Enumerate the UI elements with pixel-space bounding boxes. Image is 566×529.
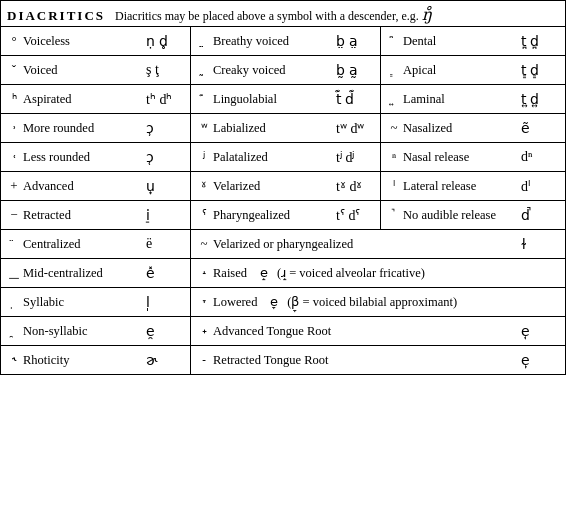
mark-mid-centralized: ͟ — [5, 267, 23, 280]
phonetic-linguolabial: t͊ d͊ — [336, 91, 376, 108]
col-mid-right-span3: ˕ Lowered e̞ (β̞ = voiced bilabial appro… — [191, 288, 565, 316]
cell-nasal-release: ⁿ Nasal release dⁿ — [381, 143, 565, 171]
col-right: ⁿ Nasal release dⁿ — [381, 143, 565, 171]
table-row: − Retracted i̠ ˤ Pharyngealized tˤ dˤ ̚ … — [1, 201, 565, 230]
phonetic-voiceless: ṇ d̥ — [146, 33, 186, 50]
mark-advanced: + — [5, 178, 23, 194]
cell-velarized: ˠ Velarized tˠ dˠ — [191, 172, 380, 200]
phonetic-velarized: tˠ dˠ — [336, 178, 376, 195]
cell-linguolabial: ͊ Linguolabial t͊ d͊ — [191, 85, 380, 113]
label-aspirated: Aspirated — [23, 92, 146, 107]
mark-apical: ͇ — [385, 64, 403, 77]
mark-creaky: ̰ — [195, 64, 213, 77]
mark-voiceless: ° — [5, 33, 23, 49]
mark-voiced: ˇ — [5, 62, 23, 78]
phonetic-lateral-release: dˡ — [521, 178, 561, 195]
cell-raised: ˔ Raised e̝ (ɹ̝ = voiced alveolar fricat… — [191, 259, 565, 287]
col-mid-right-span2: ˔ Raised e̝ (ɹ̝ = voiced alveolar fricat… — [191, 259, 565, 287]
col-right: ͇ Apical t͇ d͇ — [381, 56, 565, 84]
cell-retracted-tongue-root: ˗ Retracted Tongue Root e̙ — [191, 346, 565, 374]
table-row: ˞ Rhoticity ɚ ˗ Retracted Tongue Root e̙ — [1, 346, 565, 374]
phonetic-retracted-tongue-root: e̙ — [521, 352, 561, 369]
phonetic-labialized: tʷ dʷ — [336, 120, 376, 137]
cell-lateral-release: ˡ Lateral release dˡ — [381, 172, 565, 200]
phonetic-creaky: b̰ a̰ — [336, 62, 376, 79]
mark-breathy: ̤̤ — [195, 35, 213, 48]
cell-dental: ͆ Dental t̪ d̪ — [381, 27, 565, 55]
mark-nasal-release: ⁿ — [385, 149, 403, 165]
label-nasalized: Nasalized — [403, 121, 521, 136]
col-left: ˓ Less rounded ɔ̜ — [1, 143, 191, 171]
col-left: ˞ Rhoticity ɚ — [1, 346, 191, 374]
phonetic-more-rounded: ɔ̹ — [146, 120, 186, 137]
col-mid: ˠ Velarized tˠ dˠ — [191, 172, 381, 200]
mark-syllabic: ̩ — [5, 296, 23, 309]
mark-retracted: − — [5, 207, 23, 223]
table-row: ° Voiceless ṇ d̥ ̤̤ Breathy voiced b̤ a̤… — [1, 27, 565, 56]
mark-laminal: ͍ — [385, 93, 403, 106]
mark-retracted-tongue-root: ˗ — [195, 352, 213, 368]
phonetic-no-audible-release: d̚ — [521, 207, 561, 224]
col-left: ° Voiceless ṇ d̥ — [1, 27, 191, 55]
phonetic-palatalized: tʲ dʲ — [336, 149, 376, 166]
col-left: ͟ Mid-centralized e̽ — [1, 259, 191, 287]
cell-voiced: ˇ Voiced ş ţ — [1, 56, 190, 84]
label-rhoticity: Rhoticity — [23, 353, 146, 368]
cell-voiceless: ° Voiceless ṇ d̥ — [1, 27, 190, 55]
mark-advanced-tongue-root: ˖ — [195, 323, 213, 339]
col-mid-right-span4: ˖ Advanced Tongue Root e̘ — [191, 317, 565, 345]
phonetic-retracted: i̠ — [146, 207, 186, 224]
phonetic-less-rounded: ɔ̜ — [146, 149, 186, 166]
phonetic-mid-centralized: e̽ — [146, 265, 186, 282]
cell-less-rounded: ˓ Less rounded ɔ̜ — [1, 143, 190, 171]
cell-retracted: − Retracted i̠ — [1, 201, 190, 229]
cell-laminal: ͍ Laminal t͍ d͍ — [381, 85, 565, 113]
label-advanced: Advanced — [23, 179, 146, 194]
mark-nasalized: ~ — [385, 120, 403, 136]
col-left: ˒ More rounded ɔ̹ — [1, 114, 191, 142]
cell-mid-centralized: ͟ Mid-centralized e̽ — [1, 259, 190, 287]
phonetic-velarized-pharyngealized: ɫ — [521, 236, 561, 253]
col-right: ~ Nasalized ẽ — [381, 114, 565, 142]
label-dental: Dental — [403, 34, 521, 49]
label-labialized: Labialized — [213, 121, 336, 136]
col-right: ˡ Lateral release dˡ — [381, 172, 565, 200]
col-mid: ʷ Labialized tʷ dʷ — [191, 114, 381, 142]
phonetic-nasal-release: dⁿ — [521, 149, 561, 165]
label-laminal: Laminal — [403, 92, 521, 107]
mark-more-rounded: ˒ — [5, 122, 23, 135]
table-body: ° Voiceless ṇ d̥ ̤̤ Breathy voiced b̤ a̤… — [1, 27, 565, 374]
mark-linguolabial: ͊ — [195, 93, 213, 106]
mark-non-syllabic: ̯ — [5, 325, 23, 338]
phonetic-syllabic: l̩ — [146, 294, 186, 311]
cell-advanced: + Advanced u̟ — [1, 172, 190, 200]
table-row: + Advanced u̟ ˠ Velarized tˠ dˠ ˡ Latera… — [1, 172, 565, 201]
cell-non-syllabic: ̯ Non-syllabic e̯ — [1, 317, 190, 345]
cell-creaky: ̰ Creaky voiced b̰ a̰ — [191, 56, 380, 84]
mark-labialized: ʷ — [195, 120, 213, 136]
col-mid-right-span: ~ Velarized or pharyngealized ɫ — [191, 230, 565, 258]
table-row: ̯ Non-syllabic e̯ ˖ Advanced Tongue Root… — [1, 317, 565, 346]
phonetic-dental: t̪ d̪ — [521, 33, 561, 50]
label-velarized: Velarized — [213, 179, 336, 194]
label-apical: Apical — [403, 63, 521, 78]
header-desc: Diacritics may be placed above a symbol … — [115, 5, 432, 24]
phonetic-nasalized: ẽ — [521, 120, 561, 137]
phonetic-laminal: t͍ d͍ — [521, 91, 561, 108]
label-nasal-release: Nasal release — [403, 150, 521, 165]
col-left: ̈ Centralized ë — [1, 230, 191, 258]
mark-raised: ˔ — [195, 265, 213, 281]
label-palatalized: Palatalized — [213, 150, 336, 165]
phonetic-voiced: ş ţ — [146, 62, 186, 78]
col-mid: ˤ Pharyngealized tˤ dˤ — [191, 201, 381, 229]
col-mid-right-span5: ˗ Retracted Tongue Root e̙ — [191, 346, 565, 374]
table-row: ˓ Less rounded ɔ̜ ʲ Palatalized tʲ dʲ ⁿ … — [1, 143, 565, 172]
cell-more-rounded: ˒ More rounded ɔ̹ — [1, 114, 190, 142]
label-lateral-release: Lateral release — [403, 179, 521, 194]
mark-lateral-release: ˡ — [385, 178, 403, 194]
label-creaky: Creaky voiced — [213, 63, 336, 78]
table-row: ͟ Mid-centralized e̽ ˔ Raised e̝ (ɹ̝ = v… — [1, 259, 565, 288]
header-row: DIACRITICS Diacritics may be placed abov… — [1, 1, 565, 27]
cell-aspirated: ʰ Aspirated tʰ dʰ — [1, 85, 190, 113]
col-left: ̯ Non-syllabic e̯ — [1, 317, 191, 345]
